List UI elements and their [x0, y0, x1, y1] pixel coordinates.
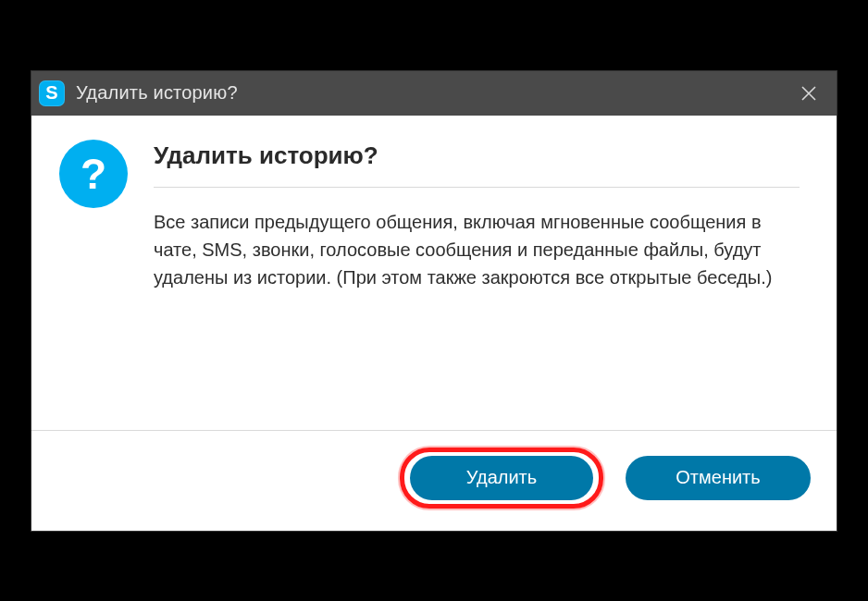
question-icon: ?	[59, 140, 128, 208]
close-button[interactable]	[790, 75, 827, 112]
dialog-heading: Удалить историю?	[154, 141, 800, 188]
titlebar: S Удалить историю?	[31, 71, 837, 116]
cancel-button[interactable]: Отменить	[626, 456, 811, 500]
skype-icon: S	[39, 80, 65, 106]
delete-button[interactable]: Удалить	[410, 456, 593, 500]
highlight-annotation: Удалить	[400, 448, 603, 509]
window-title: Удалить историю?	[76, 82, 790, 104]
dialog-footer: Удалить Отменить	[31, 430, 837, 531]
dialog-body: ? Удалить историю? Все записи предыдущег…	[31, 116, 837, 430]
dialog-content: Удалить историю? Все записи предыдущего …	[154, 140, 809, 421]
confirm-dialog: S Удалить историю? ? Удалить историю? Вс…	[31, 70, 837, 532]
dialog-message: Все записи предыдущего общения, включая …	[154, 208, 800, 291]
close-icon	[800, 85, 817, 102]
